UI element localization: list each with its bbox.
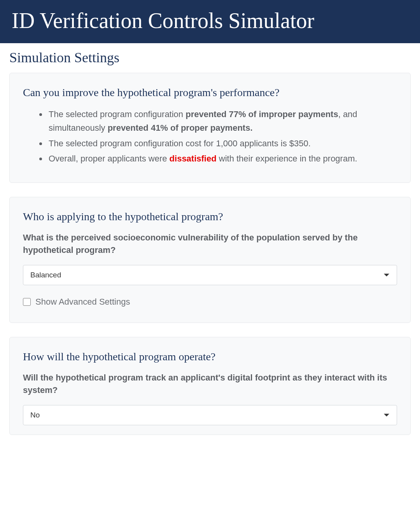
results-item-satisfaction: Overall, proper applicants were dissatis…	[47, 152, 397, 165]
main-content: Simulation Settings Can you improve the …	[0, 43, 420, 435]
how-heading: How will the hypothetical program operat…	[23, 351, 397, 363]
who-applying-card: Who is applying to the hypothetical prog…	[9, 197, 411, 323]
results-strong: prevented 77% of improper payments	[186, 109, 338, 119]
results-text: The selected program configuration	[49, 109, 186, 119]
advanced-settings-row: Show Advanced Settings	[23, 297, 397, 307]
vulnerability-select[interactable]: Balanced	[23, 265, 397, 285]
advanced-settings-label[interactable]: Show Advanced Settings	[35, 297, 130, 307]
digital-footprint-question-label: Will the hypothetical program track an a…	[23, 372, 397, 396]
results-highlight-dissatisfied: dissatisfied	[170, 154, 217, 163]
results-item-prevention: The selected program configuration preve…	[47, 107, 397, 135]
digital-footprint-select-wrap: No	[23, 405, 397, 425]
results-strong: prevented 41% of proper payments.	[108, 123, 253, 133]
app-title: ID Verification Controls Simulator	[12, 8, 408, 34]
results-text: Overall, proper applicants were	[49, 154, 170, 163]
how-operate-card: How will the hypothetical program operat…	[9, 337, 411, 435]
results-card: Can you improve the hypothetical program…	[9, 73, 411, 183]
results-text: with their experience in the program.	[217, 154, 357, 163]
results-heading: Can you improve the hypothetical program…	[23, 86, 397, 99]
results-item-cost: The selected program configuration cost …	[47, 137, 397, 150]
who-heading: Who is applying to the hypothetical prog…	[23, 210, 397, 223]
advanced-settings-checkbox[interactable]	[23, 298, 31, 306]
vulnerability-question-label: What is the perceived socioeconomic vuln…	[23, 231, 397, 256]
header-banner: ID Verification Controls Simulator	[0, 0, 420, 43]
vulnerability-select-wrap: Balanced	[23, 265, 397, 285]
results-list: The selected program configuration preve…	[23, 107, 397, 165]
digital-footprint-select[interactable]: No	[23, 405, 397, 425]
section-title-settings: Simulation Settings	[9, 49, 411, 66]
